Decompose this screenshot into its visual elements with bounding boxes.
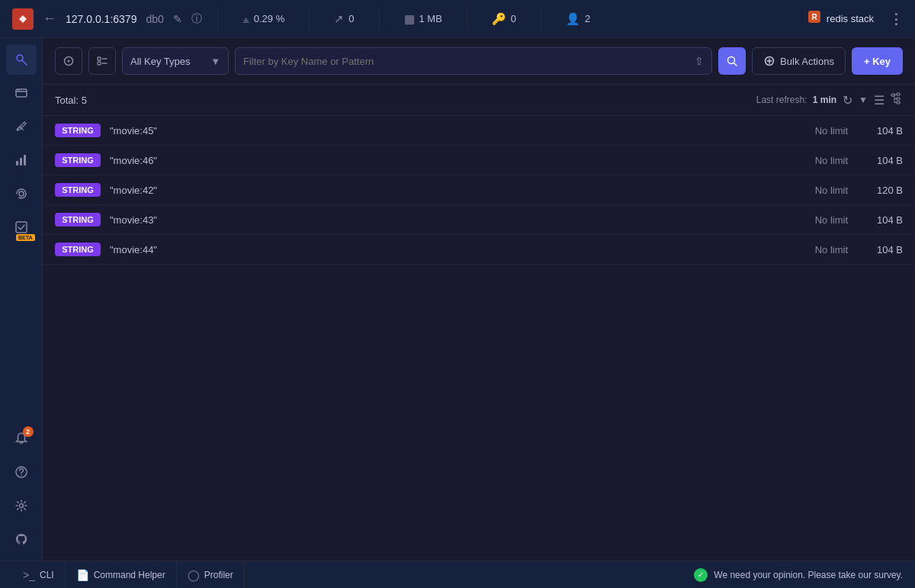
connections-icon: ↗ [334,12,344,26]
svg-rect-20 [98,62,101,65]
svg-rect-11 [24,155,26,165]
back-button[interactable]: ← [43,11,56,27]
sidebar: BETA 2 [0,38,43,561]
key-type-badge: STRING [55,124,101,137]
key-count-icon: 🔑 [492,12,506,26]
chevron-down-icon: ▼ [210,56,220,67]
command-helper-label: Command Helper [94,570,165,580]
memory-stat: ▦ 1 MB [395,12,451,26]
refresh-button[interactable]: ↻ [843,93,852,108]
redis-stack-logo: R redis stack [807,9,874,28]
key-type-badge: STRING [55,243,101,256]
sidebar-item-settings[interactable] [6,490,37,521]
total-count: Total: 5 [55,95,87,106]
bulk-actions-label: Bulk Actions [780,56,834,67]
cpu-icon: ⟁ [242,12,249,25]
upload-icon[interactable]: ⇧ [695,55,704,67]
app-logo [12,8,34,30]
clients-stat: 👤 2 [557,12,599,26]
key-type-badge: STRING [55,213,101,227]
edit-connection-icon[interactable]: ✎ [173,13,182,25]
svg-rect-19 [98,57,101,60]
svg-point-12 [19,191,24,196]
command-helper-button[interactable]: 📄 Command Helper [66,561,177,589]
chevron-down-refresh-icon[interactable]: ▼ [859,95,868,105]
more-menu-button[interactable]: ⋮ [889,11,903,27]
divider-3 [379,8,380,30]
svg-rect-13 [16,222,27,233]
connections-stat: ↗ 0 [325,12,363,26]
key-name: "movie:44" [110,244,778,255]
refresh-icon-button[interactable] [55,47,82,75]
table-row[interactable]: STRING "movie:42" No limit 120 B [43,175,915,205]
search-button[interactable] [718,47,746,75]
key-type-label: All Key Types [130,56,191,67]
key-type-dropdown[interactable]: All Key Types ▼ [122,47,229,75]
key-size: 104 B [857,214,903,226]
svg-point-18 [68,60,70,63]
main-layout: BETA 2 [0,38,915,561]
tree-view-icon[interactable] [891,92,903,108]
search-container: ⇧ [235,47,712,75]
sidebar-item-github[interactable] [6,524,37,554]
svg-point-7 [17,90,18,91]
svg-text:R: R [811,13,817,21]
profiler-button[interactable]: ◯ Profiler [177,561,245,589]
beta-badge: BETA [16,234,35,241]
survey-notice: ✓ We need your opinion. Please take our … [694,568,903,582]
svg-line-24 [734,63,737,66]
memory-icon: ▦ [404,12,415,26]
sidebar-item-browser[interactable] [6,78,37,108]
key-type-badge: STRING [55,183,101,197]
table-row[interactable]: STRING "movie:45" No limit 104 B [43,116,915,146]
key-name: "movie:43" [110,214,778,226]
topbar: ← 127.0.0.1:6379 db0 ✎ ⓘ ⟁ 0.29 % ↗ 0 ▦ … [0,0,915,38]
search-input[interactable] [243,56,689,67]
sidebar-item-pubsub[interactable] [6,178,37,209]
svg-rect-29 [897,93,900,95]
clients-icon: 👤 [566,12,580,26]
cli-label: CLI [40,570,54,580]
host-label: 127.0.0.1:6379 [66,13,136,25]
add-key-button[interactable]: + Key [852,47,903,75]
table-row[interactable]: STRING "movie:46" No limit 104 B [43,146,915,175]
divider-4 [467,8,467,30]
divider-5 [541,8,541,30]
info-icon[interactable]: ⓘ [191,12,202,26]
table-row[interactable]: STRING "movie:43" No limit 104 B [43,205,915,235]
key-size: 104 B [857,155,903,166]
db-label: db0 [146,13,163,25]
command-helper-icon: 📄 [76,569,89,581]
keys-stat: 🔑 0 [483,12,525,26]
key-name: "movie:45" [110,125,778,137]
svg-point-8 [18,90,19,91]
refresh-info: Last refresh: 1 min [756,95,836,105]
sidebar-item-editor[interactable] [6,111,37,142]
svg-line-4 [22,60,27,65]
key-ttl: No limit [787,244,848,255]
table-row[interactable]: STRING "movie:44" No limit 104 B [43,235,915,265]
key-size: 104 B [857,125,903,137]
key-ttl: No limit [787,155,848,166]
svg-rect-28 [891,94,894,96]
svg-rect-31 [897,101,900,104]
cli-button[interactable]: >_ CLI [12,561,66,589]
add-key-label: + Key [864,56,891,67]
toolbar: All Key Types ▼ ⇧ Bulk Actions [43,38,915,85]
key-list-header: Total: 5 Last refresh: 1 min ↻ ▼ ☰ [43,85,915,116]
sidebar-item-keys[interactable] [6,44,37,75]
sidebar-item-beta[interactable]: BETA [6,212,37,243]
cli-icon: >_ [23,569,35,581]
svg-point-16 [19,504,23,508]
key-rows: STRING "movie:45" No limit 104 B STRING … [43,116,915,561]
sidebar-item-notifications[interactable]: 2 [6,423,37,454]
notification-badge: 2 [23,426,34,437]
bulk-actions-button[interactable]: Bulk Actions [752,47,846,75]
sidebar-item-help[interactable] [6,457,37,487]
profiler-label: Profiler [204,570,233,580]
key-ttl: No limit [787,125,848,137]
list-view-icon[interactable]: ☰ [874,93,884,108]
list-icon-button[interactable] [88,47,116,75]
key-name: "movie:46" [110,155,778,166]
sidebar-item-analytics[interactable] [6,145,37,175]
